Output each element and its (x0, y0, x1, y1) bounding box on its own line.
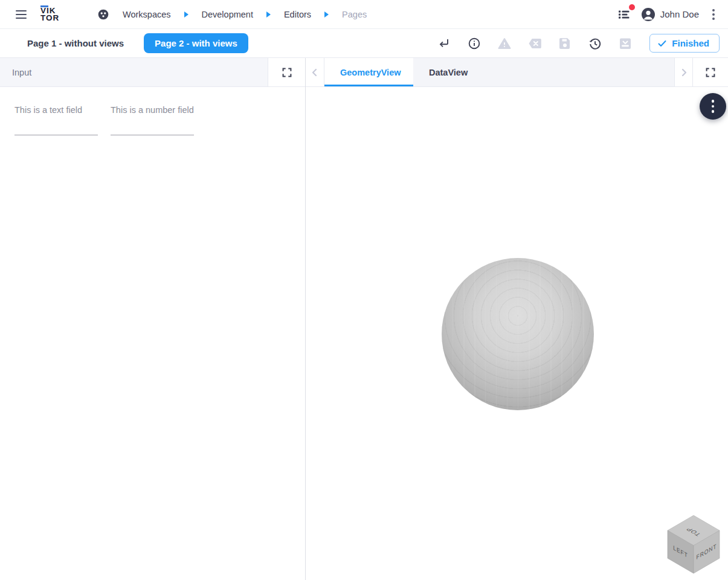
history-button[interactable] (585, 34, 605, 53)
geometry-viewport[interactable]: TOP LEFT FRONT (306, 87, 728, 580)
text-field-input[interactable] (14, 120, 98, 135)
tab-bar-filler (483, 58, 674, 86)
history-icon (588, 36, 602, 51)
editor-content: Input This is a text field This is a num… (0, 58, 728, 580)
chevron-left-icon (310, 68, 320, 77)
hamburger-icon (16, 10, 27, 19)
finished-button[interactable]: Finished (649, 34, 720, 53)
top-navbar: VIK TOR Workspaces Development Editors P… (0, 0, 728, 29)
input-panel-header: Input (0, 58, 305, 87)
number-field-label: This is a number field (111, 105, 194, 115)
jobs-queue-button[interactable] (616, 6, 633, 23)
backspace-icon (527, 36, 542, 51)
viktor-logo: VIK TOR (40, 7, 66, 22)
tab-dataview[interactable]: DataView (413, 58, 483, 86)
check-icon (657, 39, 667, 48)
breadcrumb-arrow-icon (184, 11, 188, 18)
workspaces-icon (97, 8, 109, 21)
input-panel-title: Input (12, 68, 31, 77)
notification-badge (629, 4, 635, 10)
clear-button[interactable] (525, 34, 544, 53)
kebab-icon (712, 100, 715, 103)
view-options-fab[interactable] (700, 93, 726, 120)
finished-label: Finished (672, 38, 709, 48)
tab-scroll-left-button[interactable] (306, 58, 324, 86)
user-name: John Doe (660, 9, 699, 19)
breadcrumb-arrow-icon (324, 11, 329, 18)
navbar-more-button[interactable] (707, 7, 720, 22)
fullscreen-icon (704, 66, 717, 79)
breadcrumb-pages: Pages (342, 10, 367, 19)
tab-geometryview[interactable]: GeometryView (324, 58, 413, 86)
breadcrumb-editors[interactable]: Editors (284, 10, 311, 19)
hamburger-menu-button[interactable] (13, 8, 29, 21)
kebab-icon (712, 9, 715, 11)
input-panel-title-area: Input (0, 58, 268, 86)
editor-toolbar: Page 1 - without views Page 2 - with vie… (0, 29, 728, 58)
view-panel: GeometryView DataView (306, 58, 728, 580)
text-field-group: This is a text field (14, 105, 98, 580)
page-tab-2[interactable]: Page 2 - with views (144, 33, 248, 53)
toolbar-actions: Finished (434, 34, 720, 53)
enter-submit-button[interactable] (434, 34, 454, 53)
logo-accent-bar (40, 5, 48, 7)
fullscreen-icon (280, 66, 294, 79)
save-icon (558, 36, 572, 51)
chevron-right-icon (679, 68, 689, 77)
logo-line2: TOR (40, 14, 66, 22)
inbox-tray-icon (618, 36, 633, 51)
breadcrumb-arrow-icon (266, 11, 271, 18)
breadcrumb-workspaces[interactable]: Workspaces (123, 10, 171, 19)
info-icon (467, 36, 482, 51)
view-tab-bar: GeometryView DataView (306, 58, 728, 87)
jobs-list-icon (618, 8, 630, 21)
tab-scroll-right-button[interactable] (674, 58, 693, 86)
input-panel-fullscreen-button[interactable] (268, 58, 305, 86)
user-menu[interactable]: John Doe (641, 7, 699, 22)
sphere-geometry (442, 258, 594, 410)
export-tray-button[interactable] (616, 34, 635, 53)
view-cube[interactable]: TOP LEFT FRONT (666, 514, 721, 575)
text-field-label: This is a text field (14, 105, 98, 115)
avatar-icon (641, 7, 656, 22)
breadcrumb: Workspaces Development Editors Pages (97, 8, 367, 21)
input-panel: Input This is a text field This is a num… (0, 58, 306, 580)
info-button[interactable] (465, 34, 484, 53)
input-panel-body: This is a text field This is a number fi… (0, 87, 305, 580)
warnings-button[interactable] (495, 34, 514, 53)
navbar-right: John Doe (616, 6, 720, 23)
page-tab-1[interactable]: Page 1 - without views (27, 38, 124, 48)
number-field-group: This is a number field (111, 105, 194, 580)
return-arrow-icon (437, 36, 451, 51)
warning-icon (497, 36, 512, 51)
breadcrumb-development[interactable]: Development (202, 10, 253, 19)
view-panel-fullscreen-button[interactable] (693, 58, 728, 86)
viktor-app: VIK TOR Workspaces Development Editors P… (0, 0, 728, 580)
number-field-input[interactable] (111, 120, 194, 135)
save-button[interactable] (555, 34, 575, 53)
